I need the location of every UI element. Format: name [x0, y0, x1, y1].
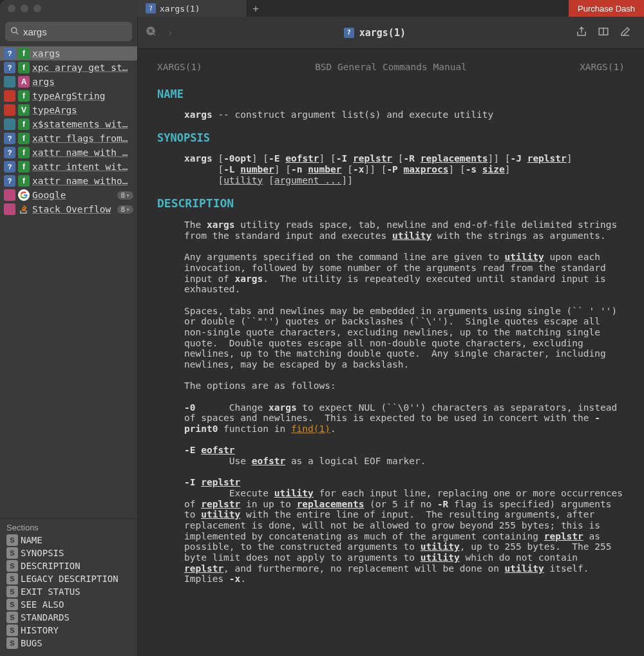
sections-list: SNAMESSYNOPSISSDESCRIPTIONSLEGACY DESCRI… [0, 534, 137, 656]
section-item[interactable]: SNAME [0, 534, 137, 547]
result-row[interactable]: ?fxpc_array_get_st… [0, 61, 137, 75]
docset-icon [4, 189, 15, 201]
bookmark-icon[interactable] [598, 26, 609, 40]
result-label: typeArgString [32, 91, 106, 101]
option-I: -I replstr Execute utility for each inpu… [157, 477, 625, 585]
docset-icon [4, 104, 15, 116]
section-item[interactable]: SLEGACY DESCRIPTION [0, 572, 137, 585]
section-label: HISTORY [21, 625, 59, 635]
section-label: BUGS [21, 638, 43, 648]
result-badge[interactable]: 8 ▾ [117, 205, 133, 214]
tabs-bar: ? xargs(1) + Purchase Dash [138, 0, 644, 17]
page-title: ? xargs(1) [174, 27, 576, 39]
new-tab-button[interactable]: + [247, 0, 264, 17]
result-row[interactable]: ?fxattr_flags_from… [0, 131, 137, 145]
clear-search-icon[interactable] [146, 26, 156, 38]
type-icon: A [18, 76, 30, 88]
section-label: LEGACY DESCRIPTION [21, 574, 118, 584]
content-header: ‹ › ? xargs(1) [138, 17, 644, 49]
minimize-window[interactable] [21, 5, 28, 12]
result-label: xargs [32, 48, 61, 59]
nav-forward-button[interactable]: › [167, 26, 174, 39]
section-icon: S [6, 612, 18, 623]
result-row[interactable]: ?fxattr_name_with_… [0, 145, 137, 160]
section-label: STANDARDS [21, 612, 70, 623]
zoom-window[interactable] [33, 5, 41, 12]
desc-p1: The xargs utility reads space, tab, newl… [157, 220, 625, 241]
type-icon [18, 203, 30, 215]
type-icon: f [18, 118, 30, 130]
section-label: DESCRIPTION [21, 561, 80, 571]
tab-title: xargs(1) [160, 4, 200, 14]
section-item[interactable]: SEXIT STATUS [0, 585, 137, 598]
section-description: DESCRIPTION [157, 197, 625, 211]
find-link[interactable]: find(1) [291, 424, 330, 434]
share-icon[interactable] [576, 26, 587, 40]
docset-icon: ? [4, 147, 15, 158]
section-label: SEE ALSO [21, 599, 64, 610]
result-row[interactable]: Google8 ▾ [0, 188, 137, 202]
result-label: Google [32, 190, 66, 200]
type-icon [18, 189, 30, 201]
section-item[interactable]: SBUGS [0, 637, 137, 650]
search-icon [10, 26, 19, 38]
result-row[interactable]: ?fxattr_name_witho… [0, 174, 137, 188]
close-window[interactable] [8, 5, 15, 12]
result-row[interactable]: fx$statements_wit… [0, 117, 137, 131]
type-icon: f [18, 147, 30, 158]
section-item[interactable]: SHISTORY [0, 624, 137, 637]
docset-icon [4, 90, 15, 102]
man-header-center: BSD General Commands Manual [315, 62, 467, 73]
search-field[interactable] [5, 22, 132, 41]
section-icon: S [6, 547, 18, 559]
edit-icon[interactable] [620, 26, 631, 40]
result-label: args [32, 77, 55, 87]
name-line: xargs -- construct argument list(s) and … [157, 109, 625, 120]
result-label: xattr_flags_from… [32, 133, 128, 144]
section-item[interactable]: SSTANDARDS [0, 611, 137, 624]
section-icon: S [6, 637, 18, 649]
result-row[interactable]: ?fxattr_intent_wit… [0, 160, 137, 174]
result-row[interactable]: ftypeArgString [0, 89, 137, 103]
section-item[interactable]: SSEE ALSO [0, 598, 137, 611]
synopsis-block: xargs [-0opt] [-E eofstr] [-I replstr [-… [157, 153, 625, 185]
section-item[interactable]: SDESCRIPTION [0, 559, 137, 572]
result-row[interactable]: Aargs [0, 75, 137, 89]
section-icon: S [6, 560, 18, 572]
docset-icon: ? [4, 48, 15, 59]
result-badge[interactable]: 8 ▾ [117, 191, 133, 200]
docset-icon [4, 118, 15, 130]
result-label: xattr_name_witho… [32, 176, 128, 186]
traffic-lights [8, 5, 41, 12]
section-icon: S [6, 573, 18, 585]
tab-xargs[interactable]: ? xargs(1) [138, 0, 247, 17]
type-icon: f [18, 62, 30, 73]
docset-icon [4, 203, 15, 215]
docset-icon: ? [4, 133, 15, 144]
sidebar: ?fxargs?fxpc_array_get_st…AargsftypeArgS… [0, 17, 138, 656]
section-icon: S [6, 534, 18, 546]
type-icon: f [18, 90, 30, 102]
section-synopsis: SYNOPSIS [157, 132, 625, 145]
section-label: SYNOPSIS [21, 548, 64, 558]
option-E: -E eofstr Use eofstr as a logical EOF ma… [157, 445, 625, 466]
section-label: EXIT STATUS [21, 586, 80, 597]
type-icon: f [18, 133, 30, 144]
docset-icon: ? [4, 161, 15, 173]
result-label: xpc_array_get_st… [32, 62, 128, 73]
result-row[interactable]: ?fxargs [0, 46, 137, 61]
purchase-button[interactable]: Purchase Dash [569, 0, 644, 17]
desc-p4: The options are as follows: [157, 380, 625, 391]
type-icon: f [18, 161, 30, 173]
section-item[interactable]: SSYNOPSIS [0, 547, 137, 559]
search-input[interactable] [23, 26, 146, 37]
man-header-right: XARGS(1) [580, 62, 625, 73]
type-icon: V [18, 104, 30, 116]
type-icon: f [18, 48, 30, 59]
svg-point-0 [12, 27, 17, 32]
result-row[interactable]: VtypeArgs [0, 103, 137, 117]
desc-p3: Spaces, tabs and newlines may be embedde… [157, 306, 625, 370]
man-header-left: XARGS(1) [157, 62, 202, 73]
docset-icon: ? [4, 175, 15, 187]
result-row[interactable]: Stack Overflow8 ▾ [0, 202, 137, 216]
